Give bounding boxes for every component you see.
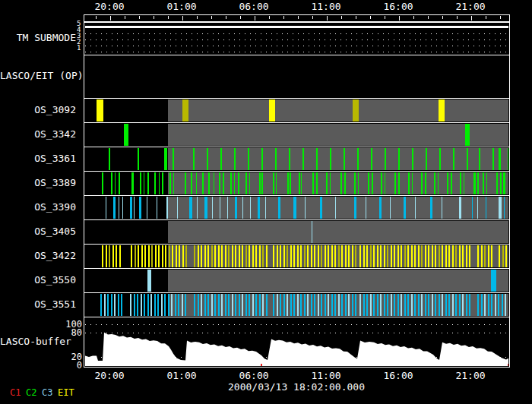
ruler-tick — [139, 16, 140, 19]
track-label: TM SUBMODE — [0, 33, 76, 43]
event-tick — [407, 245, 409, 267]
submode-gridline — [85, 46, 508, 46]
event-tick — [488, 245, 489, 267]
event-tick — [134, 294, 135, 316]
track-label: OS_3361 — [0, 153, 76, 163]
event-tick — [235, 245, 236, 267]
ruler-tick — [110, 16, 111, 21]
scheduled-region — [168, 221, 508, 243]
event-tick — [398, 148, 400, 170]
bottom-axis-label: 20:00 — [94, 371, 124, 380]
event-tick — [363, 294, 365, 316]
event-tick — [355, 294, 356, 316]
event-tick — [293, 245, 295, 267]
event-tick — [201, 294, 202, 316]
event-tick — [228, 245, 230, 267]
event-tick — [477, 294, 479, 316]
event-tick — [208, 172, 210, 194]
event-tick — [460, 172, 461, 194]
track-label: LASCO/EIT (OP) — [0, 71, 76, 80]
event-tick — [466, 245, 467, 267]
track-label: OS_3389 — [0, 178, 76, 188]
event-tick — [242, 294, 243, 316]
event-tick — [352, 294, 353, 316]
event-tick — [255, 294, 257, 316]
track-label: OS_3092 — [0, 105, 76, 115]
event-tick — [212, 197, 213, 219]
event-tick — [169, 172, 171, 194]
event-tick — [232, 294, 233, 316]
track-inner — [85, 99, 508, 122]
event-tick — [116, 245, 117, 267]
event-tick — [220, 148, 222, 170]
buffer-red-marker — [508, 364, 508, 366]
event-tick — [193, 148, 195, 170]
event-tick — [182, 245, 184, 267]
event-tick — [366, 294, 368, 316]
event-tick — [341, 294, 343, 316]
event-tick — [177, 197, 178, 219]
event-tick — [469, 245, 470, 267]
event-tick — [408, 172, 410, 194]
track-inner — [85, 124, 508, 146]
event-tick — [255, 245, 257, 267]
event-tick — [467, 148, 468, 170]
event-tick — [320, 197, 322, 219]
ruler-tick — [269, 16, 270, 19]
event-tick — [425, 245, 426, 267]
event-tick — [223, 172, 224, 194]
event-tick — [338, 294, 340, 316]
event-tick — [250, 197, 251, 219]
lasco-timeline-screen: 20:0001:0006:0011:0016:0021:00 TM SUBMOD… — [0, 0, 532, 404]
event-tick — [97, 99, 103, 122]
top-axis-label: 06:00 — [239, 2, 268, 11]
event-tick — [302, 148, 304, 170]
event-tick — [228, 294, 230, 316]
event-tick — [390, 197, 391, 219]
event-tick — [447, 172, 448, 194]
track-row-os-3092 — [84, 98, 510, 123]
event-tick — [137, 294, 138, 316]
event-tick — [138, 245, 139, 267]
submode-gridline — [85, 39, 508, 40]
track-inner — [85, 221, 508, 243]
event-tick — [157, 294, 159, 316]
event-tick — [290, 294, 292, 316]
event-tick — [114, 294, 116, 316]
top-axis-label: 16:00 — [383, 2, 413, 11]
event-tick — [204, 294, 206, 316]
event-tick — [104, 294, 106, 316]
event-tick — [269, 99, 275, 122]
event-tick — [238, 172, 239, 194]
top-axis-label: 11:00 — [311, 2, 340, 11]
event-tick — [275, 148, 277, 170]
track-inner — [85, 172, 508, 194]
event-tick — [439, 99, 445, 122]
event-tick — [498, 294, 499, 316]
event-tick — [377, 294, 378, 316]
event-tick — [414, 294, 416, 316]
top-axis-label: 20:00 — [94, 2, 124, 11]
event-tick — [102, 172, 103, 194]
event-tick — [307, 245, 309, 267]
ruler-tick — [385, 16, 385, 19]
event-tick — [121, 294, 122, 316]
buffer-inner — [85, 318, 508, 366]
event-tick — [464, 172, 464, 194]
event-tick — [499, 245, 500, 267]
event-tick — [491, 270, 496, 292]
event-tick — [248, 148, 249, 170]
event-tick — [162, 245, 163, 267]
track-row-os-3389 — [84, 171, 510, 196]
event-tick — [204, 197, 207, 219]
event-tick — [227, 197, 228, 219]
bottom-axis-label: 16:00 — [383, 371, 413, 380]
event-tick — [462, 245, 464, 267]
event-tick — [316, 172, 318, 194]
event-tick — [266, 294, 268, 316]
event-tick — [287, 172, 289, 194]
event-tick — [348, 294, 350, 316]
event-tick — [394, 172, 396, 194]
event-tick — [481, 245, 483, 267]
event-tick — [340, 172, 342, 194]
